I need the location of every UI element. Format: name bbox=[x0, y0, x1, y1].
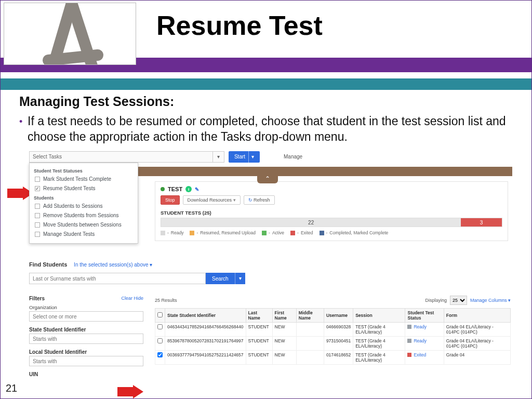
checkbox-icon[interactable] bbox=[35, 232, 40, 237]
table-row: 8539678780052072831702191764997STUDENTNE… bbox=[155, 337, 511, 351]
row-checkbox[interactable] bbox=[157, 338, 163, 343]
cell-first: NEW bbox=[272, 323, 296, 337]
col-ssi[interactable]: State Student Identifier bbox=[165, 309, 246, 323]
filter-ssi-label: State Student Identifier bbox=[29, 327, 143, 332]
start-button[interactable]: Start▾ bbox=[229, 151, 260, 163]
bullet-text: • If a test needs to be resumed or compl… bbox=[28, 114, 516, 145]
row-checkbox[interactable] bbox=[157, 352, 163, 357]
cell-first: NEW bbox=[272, 351, 296, 365]
edit-pencil-icon[interactable]: ✎ bbox=[195, 187, 199, 192]
bar-segment-ready: 22 bbox=[161, 218, 461, 227]
menu-item-label: Manage Student Tests bbox=[43, 231, 95, 238]
test-name-text: TEST bbox=[168, 186, 182, 192]
menu-item-move-students[interactable]: Move Students between Sessions bbox=[33, 220, 135, 230]
checkbox-icon[interactable] bbox=[35, 222, 40, 228]
col-last[interactable]: Last Name bbox=[246, 309, 272, 323]
filter-org-input[interactable] bbox=[29, 311, 143, 322]
cell-ssi: 0463443417852941684766456268440 bbox=[165, 323, 246, 337]
table-row: 0036937779475941052752211424657STUDENTNE… bbox=[155, 351, 511, 365]
legend-label: Resumed, Resumed Upload bbox=[200, 230, 256, 235]
menu-item-label: Move Students between Sessions bbox=[43, 221, 122, 229]
status-link[interactable]: Ready bbox=[414, 338, 427, 343]
logo-box bbox=[4, 3, 136, 65]
status-link[interactable]: Exited bbox=[414, 352, 426, 357]
stop-button[interactable]: Stop bbox=[161, 195, 180, 205]
swatch-icon bbox=[262, 231, 267, 235]
test-session-name: TEST i ✎ bbox=[161, 186, 502, 192]
find-scope-dropdown[interactable]: In the selected session(s) above bbox=[74, 262, 152, 268]
chevron-down-icon: ▾ bbox=[248, 151, 254, 163]
student-tests-count-label: STUDENT TESTS (25) bbox=[161, 210, 502, 216]
cell-middle bbox=[296, 323, 324, 337]
red-arrow-callout-icon bbox=[117, 385, 143, 398]
filter-uin-label: UIN bbox=[29, 371, 143, 377]
clear-hide-link[interactable]: Clear Hide bbox=[121, 296, 143, 301]
status-swatch-icon bbox=[407, 339, 411, 343]
refresh-button[interactable]: Refresh bbox=[244, 195, 275, 205]
checkbox-icon[interactable] bbox=[35, 204, 40, 209]
app-screenshot: Select Tasks ▾ Start▾ Manage ⌃ Student T… bbox=[29, 151, 512, 393]
bar-segment-exited: 3 bbox=[461, 218, 502, 227]
results-area: 25 Results Displaying 25 Manage Columns … bbox=[155, 296, 511, 365]
cell-session: TEST (Grade 4 ELA/Literacy) bbox=[353, 351, 405, 365]
swatch-icon bbox=[290, 231, 295, 235]
menu-item-mark-complete[interactable]: Mark Student Tests Complete bbox=[33, 175, 135, 184]
bullet-content: If a test needs to be resumed or complet… bbox=[28, 114, 506, 143]
status-swatch-icon bbox=[407, 325, 411, 329]
search-input[interactable] bbox=[29, 273, 206, 284]
col-first[interactable]: First Name bbox=[272, 309, 296, 323]
checkbox-icon[interactable] bbox=[35, 213, 40, 218]
select-all-checkbox[interactable] bbox=[157, 312, 163, 317]
swatch-icon bbox=[320, 231, 324, 235]
page-size-select[interactable]: 25 bbox=[450, 296, 467, 305]
checkbox-icon[interactable] bbox=[35, 177, 40, 182]
menu-item-add-students[interactable]: Add Students to Sessions bbox=[33, 202, 135, 211]
menu-item-label: Add Students to Sessions bbox=[43, 203, 103, 210]
row-checkbox[interactable] bbox=[157, 324, 163, 329]
select-tasks-dropdown[interactable]: Select Tasks ▾ bbox=[29, 151, 224, 163]
cell-form: Grade 04 ELA/Literacy - 014PC (014PC) bbox=[444, 323, 510, 337]
slide-subtitle: Managing Test Sessions: bbox=[19, 94, 174, 109]
col-user[interactable]: Username bbox=[324, 309, 353, 323]
cell-form: Grade 04 ELA/Literacy - 014PC (014PC) bbox=[444, 337, 510, 351]
info-icon[interactable]: i bbox=[185, 186, 192, 192]
checkbox-checked-icon[interactable] bbox=[35, 186, 40, 191]
cell-user: 9731500451 bbox=[324, 337, 353, 351]
cell-middle bbox=[296, 351, 324, 365]
search-dropdown-caret[interactable]: ▾ bbox=[235, 273, 245, 284]
col-middle[interactable]: Middle Name bbox=[296, 309, 324, 323]
students-table: State Student Identifier Last Name First… bbox=[155, 308, 511, 365]
manage-columns-link[interactable]: Manage Columns bbox=[470, 298, 511, 303]
col-status[interactable]: Student Test Status bbox=[405, 309, 444, 323]
find-students-row: Find Students In the selected session(s)… bbox=[29, 261, 512, 268]
menu-item-remove-students[interactable]: Remove Students from Sessions bbox=[33, 211, 135, 220]
filter-ssi-input[interactable] bbox=[29, 334, 143, 344]
col-form[interactable]: Form bbox=[444, 309, 510, 323]
search-button[interactable]: Search bbox=[206, 273, 235, 284]
tasks-dropdown-menu: Student Test Statuses Mark Student Tests… bbox=[29, 163, 138, 244]
table-row: 0463443417852941684766456268440STUDENTNE… bbox=[155, 323, 511, 337]
status-link[interactable]: Ready bbox=[414, 324, 427, 329]
cell-form: Grade 04 bbox=[444, 351, 510, 365]
download-resources-button[interactable]: Download Resources bbox=[183, 195, 241, 205]
legend-label: Completed, Marked Complete bbox=[329, 230, 388, 235]
menu-item-resume-tests[interactable]: Resume Student Tests bbox=[33, 184, 135, 193]
menu-item-manage-tests[interactable]: Manage Student Tests bbox=[33, 230, 135, 239]
filters-panel: FiltersClear Hide Organization State Stu… bbox=[29, 296, 143, 377]
start-label: Start bbox=[234, 154, 245, 159]
teal-accent-bar bbox=[1, 78, 532, 90]
bullet-dot-icon: • bbox=[19, 116, 22, 128]
results-count: 25 Results bbox=[155, 298, 177, 303]
status-legend: - Ready - Resumed, Resumed Upload - Acti… bbox=[161, 230, 502, 235]
cell-session: TEST (Grade 4 ELA/Literacy) bbox=[353, 323, 405, 337]
filters-header: Filters bbox=[29, 296, 45, 301]
find-students-label: Find Students bbox=[29, 261, 67, 268]
status-swatch-icon bbox=[407, 353, 411, 357]
filter-lsi-input[interactable] bbox=[29, 356, 143, 366]
collapse-tab-icon[interactable]: ⌃ bbox=[257, 175, 278, 183]
col-session[interactable]: Session bbox=[353, 309, 405, 323]
menu-item-label: Mark Student Tests Complete bbox=[43, 176, 111, 183]
cell-last: STUDENT bbox=[246, 351, 272, 365]
session-panel: TEST i ✎ Stop Download Resources Refresh… bbox=[155, 181, 508, 241]
filter-lsi-label: Local Student Identifier bbox=[29, 349, 143, 355]
